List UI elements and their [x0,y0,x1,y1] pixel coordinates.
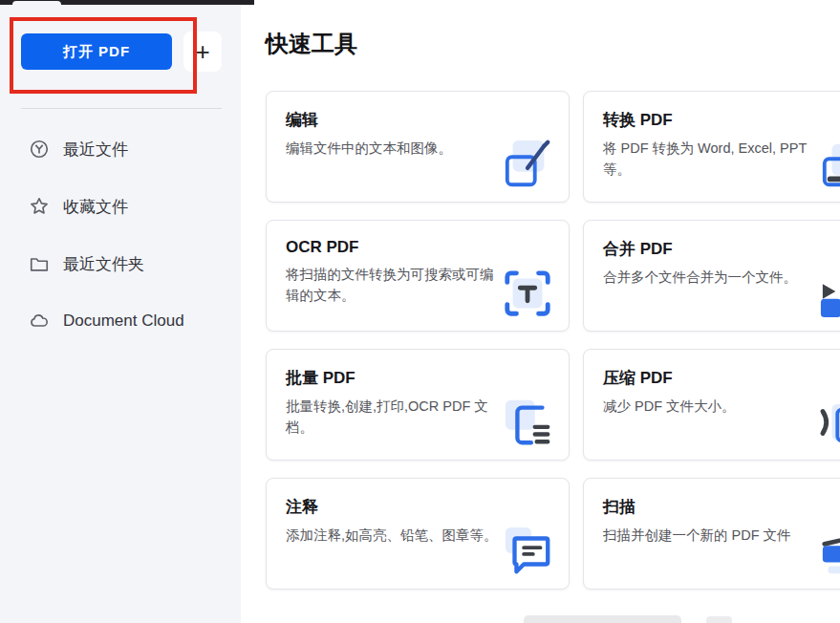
edit-icon [502,139,553,190]
card-description: 将扫描的文件转换为可搜索或可编辑的文本。 [286,265,501,307]
card-scan[interactable]: 扫描 扫描并创建一个新的 PDF 文件 [583,478,840,590]
sidebar-item-favorites[interactable]: 收藏文件 [0,185,241,227]
card-title: 批量 PDF [286,367,549,389]
card-description: 合并多个文件合并为一个文件。 [603,268,818,289]
convert-icon [819,139,840,190]
card-edit[interactable]: 编辑 编辑文件中的文本和图像。 [266,91,570,203]
clock-icon [29,139,50,160]
merge-icon [819,268,840,319]
quick-tools-grid: 编辑 编辑文件中的文本和图像。 转换 PDF 将 PDF 转换为 Word, E… [266,91,840,590]
card-title: 编辑 [286,109,549,131]
ocr-icon [502,268,553,319]
batch-icon [502,397,553,448]
card-annotate[interactable]: 注释 添加注释,如高亮、铅笔、图章等。 [266,478,570,590]
card-ocr-pdf[interactable]: OCR PDF 将扫描的文件转换为可搜索或可编辑的文本。 [266,220,570,332]
compress-icon [819,397,840,448]
sidebar-item-recent-files[interactable]: 最近文件 [0,128,241,170]
card-batch-pdf[interactable]: 批量 PDF 批量转换,创建,打印,OCR PDF 文档。 [266,349,570,461]
bottom-clipped-control[interactable] [524,615,681,623]
card-title: 压缩 PDF [603,367,840,389]
card-title: 扫描 [603,496,840,518]
sidebar-divider [21,108,222,109]
cloud-icon [29,311,50,332]
card-description: 扫描并创建一个新的 PDF 文件 [603,526,818,547]
card-compress-pdf[interactable]: 压缩 PDF 减少 PDF 文件大小。 [583,349,840,461]
sidebar-item-label: 收藏文件 [63,196,128,218]
sidebar-item-recent-folders[interactable]: 最近文件夹 [0,243,241,285]
card-merge-pdf[interactable]: 合并 PDF 合并多个文件合并为一个文件。 [583,220,840,332]
card-description: 添加注释,如高亮、铅笔、图章等。 [286,526,501,547]
card-description: 批量转换,创建,打印,OCR PDF 文档。 [286,397,501,439]
sidebar-item-document-cloud[interactable]: Document Cloud [0,300,241,342]
star-icon [29,196,50,217]
card-title: OCR PDF [286,238,549,257]
bottom-clipped-button[interactable] [706,616,732,623]
card-title: 转换 PDF [603,109,840,131]
scan-icon [819,526,840,577]
card-title: 注释 [286,496,549,518]
folder-icon [29,253,50,274]
sidebar-item-label: Document Cloud [63,312,184,331]
comment-icon [502,526,553,577]
sidebar-item-label: 最近文件 [63,139,128,161]
sidebar-item-label: 最近文件夹 [63,253,144,275]
card-title: 合并 PDF [603,238,840,260]
open-pdf-button[interactable]: 打开 PDF [21,33,172,70]
page-title: 快速工具 [266,29,357,59]
new-tab-plus-button[interactable]: + [183,32,222,72]
card-description: 将 PDF 转换为 Word, Excel, PPT等。 [603,139,818,181]
card-description: 减少 PDF 文件大小。 [603,397,818,418]
card-description: 编辑文件中的文本和图像。 [286,139,501,160]
sidebar: 打开 PDF + 最近文件 收藏文件 最近文件夹 [0,5,241,623]
card-convert-pdf[interactable]: 转换 PDF 将 PDF 转换为 Word, Excel, PPT等。 [583,91,840,203]
